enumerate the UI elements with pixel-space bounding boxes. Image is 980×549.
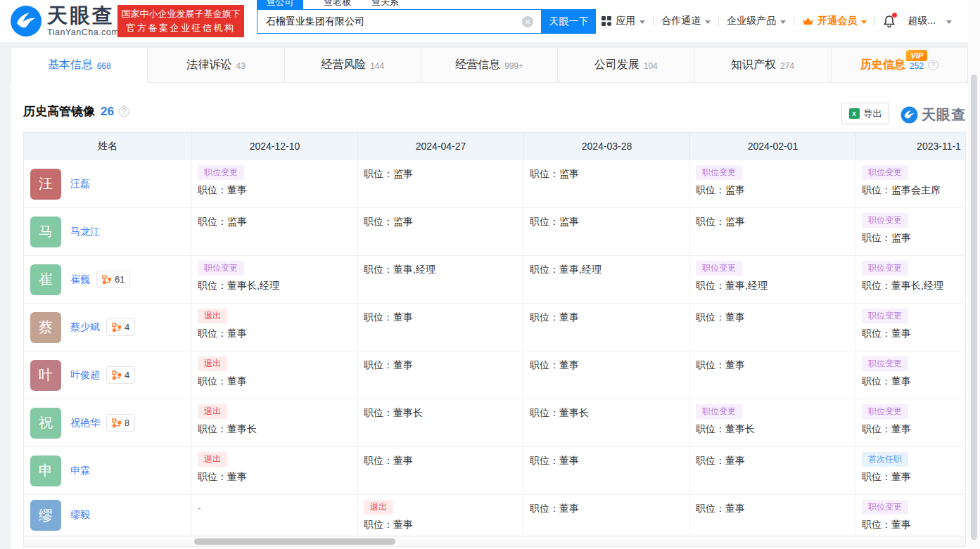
search-tab-查老板[interactable]: 查老板 xyxy=(324,0,351,9)
tab-经营风险[interactable]: 经营风险144 xyxy=(285,48,421,83)
position-cell: 职位变更职位：董事 xyxy=(856,399,966,446)
position-cell: 职位变更职位：监事会主席 xyxy=(856,160,966,207)
position-text: 职位：董事 xyxy=(862,375,966,388)
position-cell: 职位：董事,经理 xyxy=(524,256,690,303)
search-tab-查公司[interactable]: 查公司 xyxy=(257,0,303,9)
position-cell: 职位：董事 xyxy=(358,351,524,399)
grid-icon xyxy=(601,15,616,27)
gray-left-margin xyxy=(0,42,11,549)
position-text: 职位：监事 xyxy=(862,232,966,245)
gov-certification-badge: 国家中小企业发展子基金旗下 官方备案企业征信机构 xyxy=(117,5,244,37)
tab-count: 104 xyxy=(644,61,658,71)
relation-graph-badge[interactable]: 61 xyxy=(96,271,130,288)
section-count: 26 xyxy=(101,105,114,119)
watermark-logo-icon xyxy=(901,106,918,124)
position-cell: 职位变更职位：董事,经理 xyxy=(690,256,856,303)
horizontal-scrollbar-thumb[interactable] xyxy=(194,538,395,545)
column-header-2024-03-28: 2024-03-28 xyxy=(524,133,690,160)
table-header-row: 姓名2024-12-102024-04-272024-03-282024-02-… xyxy=(24,133,966,160)
position-text: 职位：董事 xyxy=(198,375,350,388)
executive-name-link[interactable]: 汪磊 xyxy=(70,178,90,190)
status-tag-exit: 退出 xyxy=(364,500,393,515)
position-text: 职位：董事 xyxy=(862,328,966,340)
position-cell: 职位变更职位：监事 xyxy=(690,160,856,207)
executive-name-link[interactable]: 崔巍 xyxy=(70,273,90,286)
status-tag-change: 职位变更 xyxy=(862,500,908,515)
nav-item-开通会员[interactable]: 开通会员 xyxy=(802,15,867,27)
status-tag-change: 职位变更 xyxy=(862,261,908,276)
nav-item-合作通道[interactable]: 合作通道 xyxy=(661,15,711,27)
name-cell: 叶叶俊超4 xyxy=(24,351,192,399)
clear-search-icon[interactable]: ✕ xyxy=(522,16,533,27)
notification-bell[interactable] xyxy=(883,15,896,28)
executive-name-link[interactable]: 缪毅 xyxy=(70,509,90,522)
table-row: 蔡蔡少斌4退出职位：董事职位：董事职位：董事职位：董事职位变更职位：董事 xyxy=(24,303,966,351)
executive-name-link[interactable]: 蔡少斌 xyxy=(70,321,100,334)
nav-separator xyxy=(653,16,654,26)
table-row: 缪缪毅-退出职位：董事职位：董事职位：董事职位变更职位：董事 xyxy=(24,494,966,536)
tab-公司发展[interactable]: 公司发展104 xyxy=(558,48,694,83)
relation-graph-badge[interactable]: 4 xyxy=(106,366,135,384)
table-body: 汪汪磊职位变更职位：董事职位：监事职位：监事职位变更职位：监事职位变更职位：监事… xyxy=(24,160,965,536)
position-text: 职位：监事 xyxy=(364,168,516,181)
tianyancha-logo[interactable]: 天眼查 TianYanCha.com xyxy=(10,5,119,37)
tab-count: 274 xyxy=(780,61,794,71)
position-cell: 职位：董事 xyxy=(690,351,856,399)
tab-基本信息[interactable]: 基本信息668 xyxy=(11,48,148,83)
executive-name-link[interactable]: 申霖 xyxy=(70,465,90,477)
table-row: 祝祝艳华8退出职位：董事长职位：董事长职位：董事长职位变更职位：董事长职位变更职… xyxy=(24,399,966,446)
tab-count: 999+ xyxy=(504,61,523,71)
position-cell: 职位：董事 xyxy=(524,351,690,399)
tab-经营信息[interactable]: 经营信息999+ xyxy=(421,48,558,83)
position-text: 职位：董事 xyxy=(530,359,682,372)
relation-graph-badge[interactable]: 8 xyxy=(106,414,135,432)
help-icon: ? xyxy=(928,60,938,70)
tab-法律诉讼[interactable]: 法律诉讼43 xyxy=(148,48,284,83)
position-cell: 职位变更职位：监事 xyxy=(856,208,966,255)
position-cell: - xyxy=(192,495,358,536)
table-row: 叶叶俊超4退出职位：董事职位：董事职位：董事职位：董事职位变更职位：董事 xyxy=(24,351,966,399)
status-tag-change: 职位变更 xyxy=(862,309,908,323)
tab-知识产权[interactable]: 知识产权274 xyxy=(694,48,831,83)
position-cell: 职位：董事 xyxy=(690,304,856,351)
executive-name-link[interactable]: 祝艳华 xyxy=(70,417,100,429)
tab-count: 43 xyxy=(236,61,245,71)
column-header-2024-02-01: 2024-02-01 xyxy=(690,133,856,160)
search-input[interactable]: 石榴置业集团有限公司 xyxy=(257,15,522,28)
executive-name-link[interactable]: 叶俊超 xyxy=(70,369,100,382)
nav-item-企业级产品[interactable]: 企业级产品 xyxy=(727,15,786,27)
vip-badge: VIP xyxy=(906,50,927,61)
position-cell: 职位：董事 xyxy=(524,447,690,494)
relation-graph-badge[interactable]: 4 xyxy=(106,318,135,336)
position-cell: 职位：监事 xyxy=(524,208,690,255)
avatar: 马 xyxy=(30,217,61,247)
executive-name-link[interactable]: 马龙江 xyxy=(70,226,100,238)
nav-item-应用[interactable]: 应用 xyxy=(601,15,645,27)
status-tag-change: 职位变更 xyxy=(862,165,908,180)
position-cell: 职位：董事 xyxy=(358,447,524,494)
export-button[interactable]: x 导出 xyxy=(841,103,889,124)
search-button[interactable]: 天眼一下 xyxy=(542,9,596,34)
vertical-scrollbar[interactable] xyxy=(968,0,980,549)
table-row: 申申霖退出职位：董事职位：董事职位：董事职位：董事首次任职职位：董事 xyxy=(24,446,966,494)
search-tab-查关系[interactable]: 查关系 xyxy=(371,0,399,9)
status-tag-exit: 退出 xyxy=(198,452,227,467)
page: 天眼查 TianYanCha.com 国家中小企业发展子基金旗下 官方备案企业征… xyxy=(0,0,980,549)
position-cell: 职位：董事 xyxy=(690,447,856,494)
position-text: 职位：监事 xyxy=(696,216,848,228)
name-cell: 蔡蔡少斌4 xyxy=(24,304,192,351)
nav-item-超级...[interactable]: 超级... xyxy=(908,15,952,27)
tab-历史信息[interactable]: 历史信息252?VIP xyxy=(832,48,968,83)
tianyancha-logo-icon xyxy=(10,5,42,37)
vertical-scrollbar-thumb[interactable] xyxy=(971,75,977,540)
status-tag-change: 职位变更 xyxy=(696,404,742,419)
avatar: 崔 xyxy=(30,264,61,295)
position-text: 职位：监事 xyxy=(198,216,350,228)
position-text: 职位：董事,经理 xyxy=(530,264,682,276)
position-cell: 退出职位：董事 xyxy=(192,447,358,494)
gray-band xyxy=(0,42,980,48)
help-icon[interactable]: ? xyxy=(119,106,129,117)
position-text: 职位：董事 xyxy=(198,471,350,484)
position-text: 职位：董事长 xyxy=(198,423,350,436)
horizontal-scrollbar[interactable] xyxy=(24,536,965,546)
